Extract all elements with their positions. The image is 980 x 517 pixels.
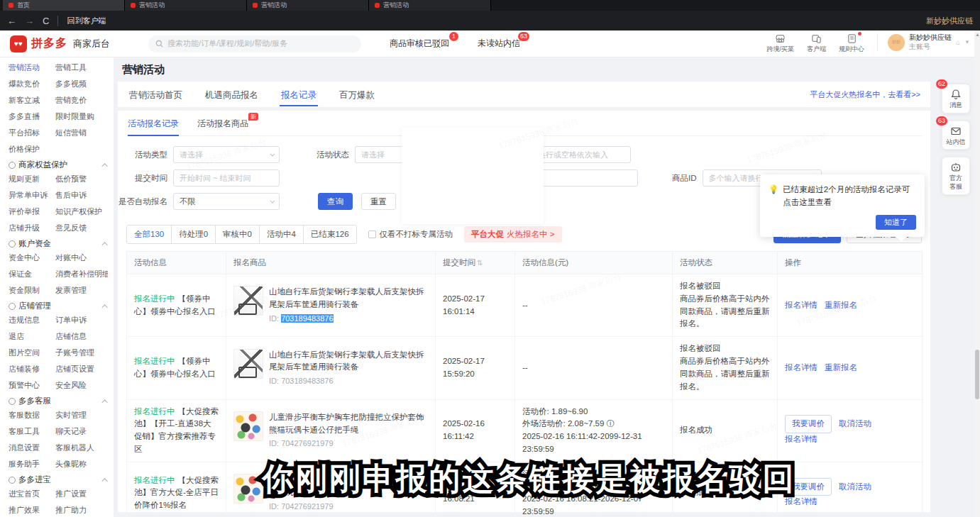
- sidebar-group-header[interactable]: 店铺管理: [9, 301, 108, 311]
- sidebar-item[interactable]: 安全风险: [55, 380, 108, 391]
- sidebar-item[interactable]: 售后申诉: [55, 190, 108, 201]
- sidebar-item[interactable]: 店铺装修: [9, 364, 53, 374]
- sidebar-item[interactable]: 消息设置: [9, 443, 53, 453]
- sidebar-item[interactable]: 规则更新: [9, 174, 53, 184]
- row-action-link[interactable]: 取消活动: [839, 419, 871, 428]
- sidebar-item[interactable]: 发票管理: [55, 285, 108, 296]
- tab-million-bestsellers[interactable]: 百万爆款: [338, 83, 376, 106]
- sidebar-item[interactable]: 店铺页设置: [55, 364, 108, 374]
- sidebar-item[interactable]: 爆款竞价: [9, 79, 53, 89]
- official-support-entry[interactable]: 官方客服: [942, 157, 970, 194]
- sidebar-item[interactable]: 平台招标: [9, 128, 53, 138]
- col-submit-time[interactable]: 提交时间⇅: [436, 252, 515, 274]
- row-action-link[interactable]: 报名详情: [785, 363, 817, 372]
- collapse-caret-icon[interactable]: [101, 304, 107, 310]
- promo-signup-link[interactable]: 平台大促火热报名中，去看看>>: [810, 89, 920, 100]
- sidebar-group-header[interactable]: 账户资金: [9, 238, 108, 249]
- sidebar-item[interactable]: 店铺升级: [9, 223, 53, 233]
- browser-tab[interactable]: 首页: [3, 0, 125, 11]
- sidebar-item[interactable]: 营销活动: [9, 62, 53, 73]
- untagged-only-checkbox[interactable]: [368, 230, 376, 238]
- sidebar-item[interactable]: 多多直播: [9, 111, 53, 122]
- scroll-up-arrow[interactable]: ▲: [975, 32, 980, 37]
- refresh-icon[interactable]: C: [43, 16, 49, 26]
- tab-opportunity-signup[interactable]: 机遇商品报名: [204, 83, 260, 106]
- product-name[interactable]: 山地自行车后货架钢行李架载人后支架快拆尾架后车筐通用骑行装备: [269, 349, 428, 374]
- sidebar-item[interactable]: 进宝首页: [9, 489, 53, 499]
- forward-icon[interactable]: →: [25, 16, 34, 26]
- product-id[interactable]: ID: 704276921979: [269, 438, 428, 450]
- global-search-input[interactable]: 搜索功能/订单/课程/规则/帮助/服务: [148, 35, 361, 52]
- sidebar-item[interactable]: 违规信息: [9, 315, 53, 326]
- sidebar-item[interactable]: 头像昵称: [55, 459, 108, 469]
- sidebar-item[interactable]: 图片空间: [9, 348, 53, 358]
- sidebar-item[interactable]: 营销工具: [55, 62, 108, 73]
- sidebar-item[interactable]: 资金限制: [9, 285, 53, 296]
- sidebar-item[interactable]: 价格保护: [9, 144, 53, 155]
- browser-profile-name[interactable]: 新妙妙供应链: [926, 16, 973, 26]
- sidebar-item[interactable]: 低价预警: [55, 174, 108, 184]
- chip-all[interactable]: 全部130: [127, 226, 172, 243]
- sidebar-item[interactable]: 店铺信息: [55, 331, 108, 342]
- sidebar-item[interactable]: 推广设置: [55, 489, 108, 499]
- audit-rejected-link[interactable]: 商品审核已驳回 1: [390, 38, 449, 50]
- site-mail-entry[interactable]: 63 站内信: [942, 121, 970, 150]
- sidebar-item[interactable]: 对账中心: [55, 252, 108, 263]
- product-name[interactable]: 儿童滑步平衡车护胸车把防撞把立保护套饰熊猫玩偶卡通公仔把手绳: [269, 411, 428, 437]
- browser-tab[interactable]: 营销活动: [125, 0, 247, 11]
- product-id[interactable]: ID: 704276921979: [269, 501, 428, 513]
- submit-time-range-input[interactable]: 开始时间 ~ 结束时间: [173, 169, 280, 187]
- sidebar-item[interactable]: 短信营销: [55, 128, 108, 138]
- collapse-caret-icon[interactable]: [101, 163, 107, 169]
- sidebar-item[interactable]: 异常单申诉: [9, 190, 53, 201]
- hot-signup-pill[interactable]: 平台大促火热报名中 >: [464, 226, 561, 243]
- sidebar-item[interactable]: 评价举报: [9, 206, 53, 217]
- chip-ended[interactable]: 已结束126: [304, 226, 356, 243]
- back-icon[interactable]: ←: [7, 16, 16, 26]
- query-button[interactable]: 查询: [318, 193, 353, 210]
- sidebar-item[interactable]: 推广效果: [9, 505, 53, 516]
- sidebar-item[interactable]: 限时限量购: [55, 111, 108, 122]
- sidebar-item[interactable]: 子账号管理: [55, 348, 108, 358]
- rules-center-entry[interactable]: 规则中心: [839, 33, 864, 54]
- chip-active[interactable]: 活动中4: [260, 226, 304, 243]
- sidebar-item[interactable]: 客服数据: [9, 410, 53, 421]
- sidebar-item[interactable]: 知识产权保护: [55, 206, 108, 217]
- product-name[interactable]: 山地自行车后货架钢行李架载人后支架快拆尾架后车筐通用骑行装备: [269, 286, 428, 311]
- sidebar-item[interactable]: 多多视频: [55, 79, 108, 89]
- sidebar-item[interactable]: 订单申诉: [55, 315, 108, 326]
- product-id[interactable]: ID: 703189483876: [269, 375, 428, 387]
- window-scrollbar[interactable]: ▲: [974, 30, 980, 517]
- scrollbar-thumb[interactable]: [975, 350, 979, 399]
- activity-type-select[interactable]: 请选择: [173, 146, 280, 163]
- chevron-down-icon[interactable]: ▼: [964, 39, 970, 45]
- row-action-link[interactable]: 报名详情: [785, 301, 817, 309]
- sidebar-item[interactable]: 客服机器人: [55, 443, 108, 453]
- sidebar-item[interactable]: 意见反馈: [55, 223, 108, 233]
- sidebar-item[interactable]: 聊天记录: [55, 426, 108, 437]
- sidebar-item[interactable]: 消费者补偿明细: [55, 269, 108, 279]
- product-thumbnail[interactable]: [233, 349, 263, 379]
- sidebar-item[interactable]: 服务助手: [9, 459, 53, 469]
- subtab-activity-records[interactable]: 活动报名记录: [128, 118, 179, 135]
- sidebar-item[interactable]: 营销竞价: [55, 95, 108, 106]
- reset-button[interactable]: 重置: [361, 193, 396, 210]
- tab-signup-records[interactable]: 报名记录: [280, 83, 318, 106]
- auto-signup-select[interactable]: 不限: [173, 193, 280, 210]
- row-action-link[interactable]: 重新报名: [825, 301, 857, 309]
- home-icon[interactable]: ⌂: [956, 38, 960, 46]
- bookmark-link[interactable]: 回到客户端: [57, 16, 106, 26]
- product-thumbnail[interactable]: [233, 286, 263, 316]
- sidebar-group-header[interactable]: 商家权益保护: [9, 160, 108, 170]
- browser-tab[interactable]: 营销活动: [369, 0, 491, 11]
- unread-mail-link[interactable]: 未读站内信 63: [478, 38, 520, 50]
- chip-reviewing[interactable]: 审核中0: [216, 226, 260, 243]
- sidebar-group-header[interactable]: 多多进宝: [9, 474, 108, 485]
- client-app-entry[interactable]: 客户端: [807, 33, 826, 54]
- sidebar-item[interactable]: 推广助力: [55, 505, 108, 516]
- product-id[interactable]: ID: 703189483876: [269, 313, 428, 325]
- product-thumbnail[interactable]: [233, 411, 263, 441]
- tooltip-ok-button[interactable]: 知道了: [876, 215, 916, 230]
- row-action-link[interactable]: 报名详情: [785, 435, 817, 443]
- row-action-button[interactable]: 我要调价: [785, 415, 832, 433]
